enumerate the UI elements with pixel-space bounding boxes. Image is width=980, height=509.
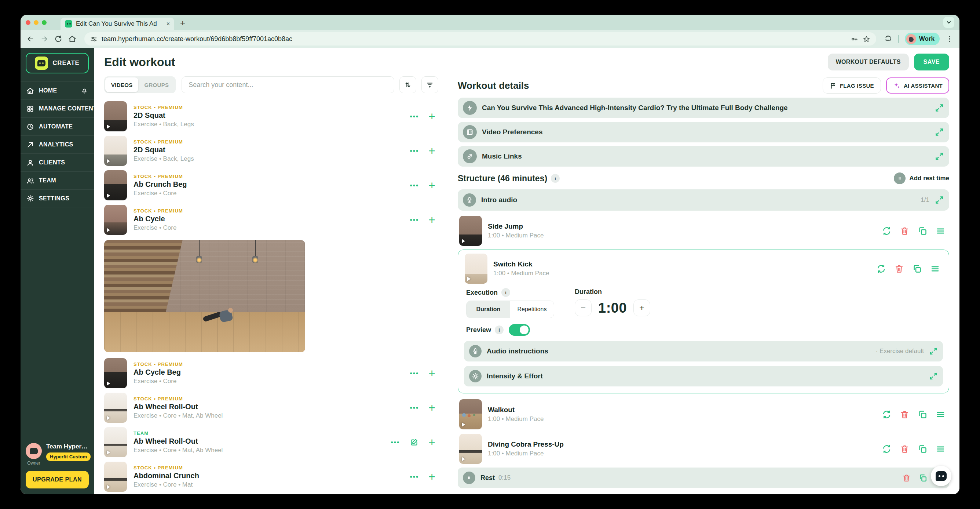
- add-to-workout-button[interactable]: +: [428, 110, 435, 122]
- ai-assistant-button[interactable]: AI ASSISTANT: [886, 77, 949, 94]
- accordion-video-preferences[interactable]: Video Preferences: [458, 122, 949, 142]
- workout-defaults-button[interactable]: WORKOUT DEFAULTS: [828, 54, 909, 70]
- info-icon[interactable]: i: [551, 174, 560, 183]
- list-item[interactable]: STOCK • PREMIUM Ab Crunch Beg Exercise •…: [104, 168, 438, 203]
- save-button[interactable]: SAVE: [914, 54, 949, 70]
- more-options-button[interactable]: •••: [410, 370, 419, 377]
- sidebar-item-clients[interactable]: CLIENTS: [21, 153, 94, 171]
- duplicate-icon[interactable]: [918, 410, 928, 420]
- forward-button[interactable]: [40, 35, 48, 43]
- video-preview-player[interactable]: [104, 240, 305, 352]
- delete-icon[interactable]: [900, 226, 910, 236]
- replace-icon[interactable]: [882, 444, 892, 454]
- video-thumbnail[interactable]: [104, 358, 127, 388]
- list-item[interactable]: STOCK • PREMIUM 2D Squat Exercise • Back…: [104, 134, 438, 168]
- exercise-thumbnail[interactable]: [465, 254, 487, 284]
- accordion-workout-title[interactable]: Can You Survive This Advanced High-Inten…: [458, 97, 949, 118]
- audio-instructions-bar[interactable]: Audio instructions · Exercise default: [464, 341, 943, 361]
- decrease-duration-button[interactable]: −: [575, 300, 592, 316]
- increase-duration-button[interactable]: +: [633, 300, 650, 316]
- add-rest-time-button[interactable]: Add rest time: [894, 172, 949, 184]
- video-thumbnail[interactable]: [104, 205, 127, 235]
- upgrade-plan-button[interactable]: UPGRADE PLAN: [25, 471, 89, 488]
- sidebar-item-manage-content[interactable]: MANAGE CONTENT: [21, 99, 94, 117]
- info-icon[interactable]: i: [495, 326, 504, 334]
- info-icon[interactable]: i: [501, 288, 510, 297]
- add-to-workout-button[interactable]: +: [428, 402, 435, 413]
- tab-groups[interactable]: GROUPS: [138, 77, 175, 92]
- bookmark-star-icon[interactable]: [862, 35, 870, 43]
- filter-button[interactable]: [422, 77, 438, 93]
- drag-handle-icon[interactable]: [935, 226, 945, 236]
- more-options-button[interactable]: •••: [410, 404, 419, 412]
- list-item[interactable]: STOCK • PREMIUM 2D Squat Exercise • Back…: [104, 99, 438, 134]
- exercise-row[interactable]: Walkout 1:00 • Medium Pace: [458, 397, 949, 432]
- expand-icon[interactable]: [929, 347, 938, 356]
- expand-icon[interactable]: [934, 152, 944, 161]
- add-to-workout-button[interactable]: +: [428, 145, 435, 157]
- delete-icon[interactable]: [894, 264, 904, 274]
- drag-handle-icon[interactable]: [935, 410, 945, 420]
- duplicate-icon[interactable]: [918, 473, 928, 483]
- back-button[interactable]: [26, 35, 35, 43]
- video-thumbnail[interactable]: [104, 101, 127, 131]
- exercise-thumbnail[interactable]: [459, 216, 482, 246]
- duplicate-icon[interactable]: [918, 226, 928, 236]
- expand-icon[interactable]: [934, 103, 944, 113]
- video-thumbnail[interactable]: [104, 393, 127, 423]
- replace-icon[interactable]: [882, 410, 892, 420]
- search-input[interactable]: [181, 77, 394, 93]
- drag-handle-icon[interactable]: [930, 264, 940, 274]
- more-options-button[interactable]: •••: [410, 147, 419, 155]
- exercise-row[interactable]: [458, 492, 949, 494]
- add-to-workout-button[interactable]: +: [428, 179, 435, 191]
- minimize-window-button[interactable]: [34, 20, 38, 25]
- password-key-icon[interactable]: [851, 35, 858, 43]
- expand-icon[interactable]: [934, 195, 944, 205]
- tab-search-chevron-button[interactable]: [943, 17, 955, 28]
- extensions-icon[interactable]: [884, 35, 892, 43]
- delete-icon[interactable]: [900, 444, 910, 454]
- duplicate-icon[interactable]: [912, 264, 922, 274]
- more-options-button[interactable]: •••: [410, 473, 419, 481]
- reload-button[interactable]: [54, 35, 62, 43]
- tab-close-icon[interactable]: ×: [167, 21, 170, 27]
- add-to-workout-button[interactable]: +: [428, 471, 435, 483]
- notifications-bell-icon[interactable]: [81, 87, 88, 94]
- sidebar-item-settings[interactable]: SETTINGS: [21, 189, 94, 207]
- intro-audio-bar[interactable]: Intro audio 1/1: [458, 189, 949, 211]
- rest-bar[interactable]: Rest 0:15: [458, 468, 949, 488]
- tab-videos[interactable]: VIDEOS: [105, 77, 138, 92]
- list-item[interactable]: STOCK • PREMIUM Ab Wheel Roll-Out Exerci…: [104, 391, 438, 425]
- list-item[interactable]: STOCK • PREMIUM Abdominal Crunch Exercis…: [104, 460, 438, 494]
- browser-menu-icon[interactable]: [945, 35, 954, 43]
- url-bar[interactable]: team.hyperhuman.cc/create-workout/69d6bb…: [84, 32, 876, 46]
- more-options-button[interactable]: •••: [410, 113, 419, 120]
- more-options-button[interactable]: •••: [391, 439, 400, 446]
- sidebar-item-analytics[interactable]: ANALYTICS: [21, 136, 94, 153]
- add-to-workout-button[interactable]: +: [428, 436, 435, 448]
- exercise-thumbnail[interactable]: [459, 434, 482, 464]
- exercise-thumbnail[interactable]: [459, 399, 482, 429]
- more-options-button[interactable]: •••: [410, 216, 419, 224]
- profile-chip[interactable]: Work: [905, 33, 940, 45]
- site-settings-icon[interactable]: [90, 36, 97, 43]
- window-controls[interactable]: [25, 15, 46, 30]
- add-to-workout-button[interactable]: +: [428, 367, 435, 379]
- intensity-effort-bar[interactable]: Intensity & Effort: [464, 366, 943, 386]
- maximize-window-button[interactable]: [42, 20, 46, 25]
- url-text[interactable]: team.hyperhuman.cc/create-workout/69d6bb…: [102, 35, 846, 43]
- create-button[interactable]: CREATE: [25, 53, 89, 73]
- accordion-music-links[interactable]: Music Links: [458, 146, 949, 167]
- replace-icon[interactable]: [876, 264, 886, 274]
- list-item[interactable]: STOCK • PREMIUM Ab Cycle Beg Exercise • …: [104, 356, 438, 391]
- video-thumbnail[interactable]: [104, 136, 127, 166]
- edit-icon[interactable]: [409, 437, 419, 447]
- exercise-thumbnail[interactable]: [459, 494, 482, 494]
- video-thumbnail[interactable]: [104, 462, 127, 492]
- add-to-workout-button[interactable]: +: [428, 214, 435, 226]
- sidebar-item-team[interactable]: TEAM: [21, 171, 94, 189]
- execution-option-duration[interactable]: Duration: [466, 301, 510, 318]
- sidebar-item-home[interactable]: HOME: [21, 81, 94, 99]
- expand-icon[interactable]: [929, 372, 938, 381]
